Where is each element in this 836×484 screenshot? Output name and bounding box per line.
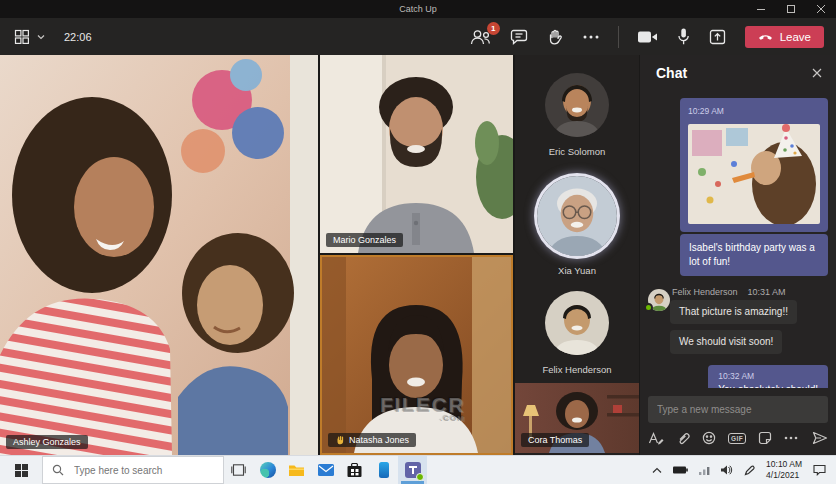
sticker-icon[interactable] (758, 431, 772, 445)
gallery-view-button[interactable] (14, 29, 30, 45)
more-composer-icon[interactable] (784, 436, 798, 440)
video-tile-cora[interactable]: Cora Thomas (515, 383, 639, 453)
your-phone-button[interactable] (369, 456, 398, 484)
file-explorer-button[interactable] (282, 456, 311, 484)
emoji-icon[interactable] (702, 431, 716, 445)
meeting-toolbar: 22:06 1 (0, 18, 836, 55)
tile-name-label: Ashley Gonzales (6, 435, 88, 449)
battery-icon[interactable] (673, 466, 688, 474)
send-icon (812, 431, 828, 445)
raise-hand-button[interactable] (547, 29, 564, 45)
close-window-button[interactable] (806, 0, 836, 18)
taskbar-search[interactable] (42, 456, 224, 484)
sent-message: Isabel's birthday party was a lot of fun… (680, 234, 828, 276)
participant-name: Eric Solomon (549, 146, 606, 157)
tile-name-label: Cora Thomas (521, 433, 589, 447)
participant-avatar-eric[interactable] (545, 73, 609, 137)
show-participants-button[interactable]: 1 (470, 29, 491, 45)
taskbar-search-input[interactable] (72, 464, 207, 477)
toolbar-divider (618, 26, 619, 48)
teams-app-button[interactable] (398, 456, 427, 484)
maximize-button[interactable] (776, 0, 806, 18)
received-message: That picture is amazing!! (670, 300, 797, 324)
maximize-icon (787, 5, 795, 13)
participant-name: Xia Yuan (558, 265, 596, 276)
camera-toggle-button[interactable] (638, 30, 658, 44)
search-icon (52, 464, 64, 476)
store-icon (347, 463, 362, 477)
participant-avatar-felix[interactable] (545, 291, 609, 355)
raise-hand-icon (547, 29, 564, 45)
mic-toggle-button[interactable] (677, 28, 690, 45)
format-icon[interactable] (648, 431, 664, 445)
chat-panel-title: Chat (656, 65, 687, 81)
sent-image-message: 10:29 AM (680, 98, 828, 232)
felix-avatar-image (545, 291, 609, 355)
message-timestamp: 10:31 AM (748, 287, 786, 297)
edge-browser-button[interactable] (253, 456, 282, 484)
camera-icon (638, 30, 658, 44)
leave-label: Leave (780, 31, 811, 43)
message-timestamp: 10:29 AM (688, 106, 820, 118)
attach-icon[interactable] (676, 431, 690, 445)
windows-logo-icon (15, 464, 28, 477)
video-tile-mario[interactable]: Mario Gonzales (320, 55, 513, 253)
chat-bubble-icon (510, 29, 528, 45)
message-input[interactable] (648, 396, 828, 423)
microphone-icon (677, 28, 690, 45)
mail-icon (318, 464, 334, 476)
close-chat-button[interactable] (812, 68, 822, 78)
windows-taskbar: 10:10 AM 4/1/2021 (0, 455, 836, 484)
pen-icon[interactable] (744, 465, 755, 476)
gif-picker-icon[interactable]: GIF (728, 433, 746, 444)
microsoft-store-button[interactable] (340, 456, 369, 484)
message-composer: GIF (640, 388, 836, 455)
tile-name-label-natasha: Natasha Jones (328, 433, 416, 447)
window-titlebar: Catch Up (0, 0, 836, 18)
chevron-down-icon (37, 33, 45, 41)
grid-view-icon (14, 29, 30, 45)
received-message: We should visit soon! (670, 330, 782, 354)
network-icon[interactable] (699, 466, 710, 475)
teams-presence-icon (416, 473, 424, 481)
xia-avatar-image (537, 176, 617, 256)
video-tile-natasha[interactable]: Natasha Jones (320, 255, 513, 455)
birthday-photo[interactable] (688, 124, 820, 224)
participants-badge: 1 (487, 22, 500, 35)
participant-avatar-xia[interactable] (537, 176, 617, 256)
hang-up-icon (758, 33, 773, 40)
action-center-icon[interactable] (813, 464, 826, 476)
minimize-button[interactable] (746, 0, 776, 18)
clock-time: 10:10 AM (766, 459, 802, 470)
send-message-button[interactable] (812, 431, 828, 445)
close-icon (817, 5, 825, 13)
volume-icon[interactable] (721, 465, 733, 475)
taskbar-clock[interactable]: 10:10 AM 4/1/2021 (766, 459, 802, 481)
eric-avatar-image (545, 73, 609, 137)
chat-message-list[interactable]: 10:29 AM (640, 87, 836, 388)
leave-button[interactable]: Leave (745, 26, 824, 48)
tile-name-label: Mario Gonzales (326, 233, 403, 247)
hand-raised-icon (335, 435, 345, 445)
natasha-video-feed (322, 257, 511, 453)
clock-date: 4/1/2021 (766, 470, 802, 481)
your-phone-icon (379, 462, 389, 478)
chat-toggle-button[interactable] (510, 29, 528, 45)
participants-strip: Eric Solomon Xia Yuan Fel (515, 55, 639, 455)
ashley-video-feed (0, 55, 318, 455)
minimize-icon (757, 5, 765, 13)
message-timestamp: 10:32 AM (718, 371, 818, 383)
received-message-group: Felix Henderson 10:31 AM That picture is… (670, 287, 828, 324)
share-screen-button[interactable] (709, 29, 726, 45)
task-view-button[interactable] (224, 456, 253, 484)
edge-icon (260, 462, 276, 478)
presence-available-icon (644, 303, 653, 312)
mail-button[interactable] (311, 456, 340, 484)
more-actions-button[interactable] (583, 35, 599, 39)
close-icon (812, 68, 822, 78)
teams-icon (405, 462, 421, 478)
chat-panel: Chat 10:29 AM (640, 55, 836, 455)
tray-chevron-up-icon[interactable] (652, 467, 662, 474)
video-tile-ashley[interactable]: Ashley Gonzales (0, 55, 318, 455)
start-button[interactable] (0, 456, 42, 484)
